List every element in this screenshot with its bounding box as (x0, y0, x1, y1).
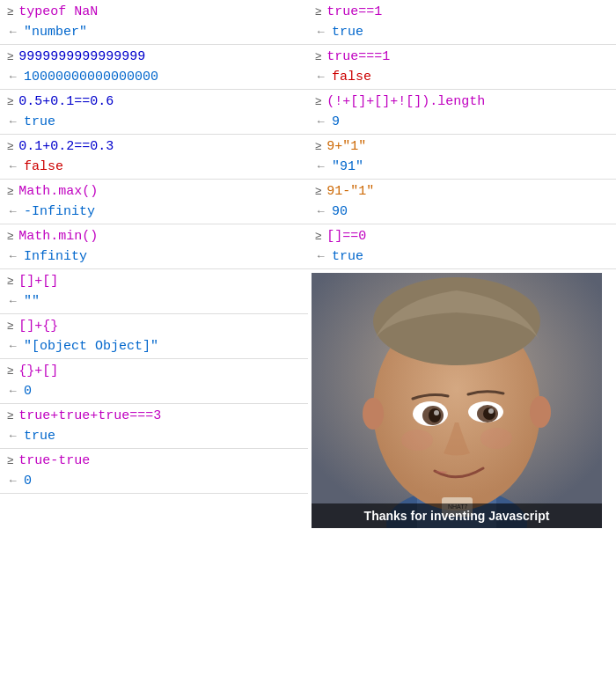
output-arrow: ← (315, 25, 326, 38)
svg-point-12 (488, 408, 494, 414)
code-output: 0 (24, 474, 32, 489)
svg-point-16 (480, 428, 512, 449)
output-line: ←-Infinity (0, 202, 308, 222)
input-line: ≥true==1 (308, 2, 616, 22)
svg-point-15 (401, 430, 433, 451)
code-output: 90 (332, 204, 348, 219)
output-arrow: ← (7, 384, 18, 397)
code-row: ≥(!+[]+[]+![]).length←9 (308, 90, 616, 135)
output-line: ←"91" (308, 157, 616, 177)
output-arrow: ← (7, 204, 18, 217)
input-arrow: ≥ (7, 319, 13, 332)
output-line: ←true (308, 22, 616, 42)
input-line: ≥true===1 (308, 47, 616, 67)
meme-container: NHAT7 Thanks for inventing Javascript (308, 269, 616, 532)
code-output: 9 (332, 114, 340, 129)
input-arrow: ≥ (7, 94, 13, 107)
code-input: true==1 (326, 4, 382, 19)
output-arrow: ← (7, 429, 18, 442)
svg-point-8 (434, 410, 439, 415)
output-arrow: ← (315, 249, 326, 262)
input-line: ≥true-true (0, 451, 308, 471)
code-row: ≥true+true+true===3←true (0, 404, 308, 449)
code-input: 91-"1" (326, 184, 374, 199)
code-output: false (332, 70, 371, 84)
code-row: ≥[]+[]←"" (0, 269, 308, 314)
code-input: []==0 (326, 229, 366, 244)
code-row: ≥Math.min()←Infinity (0, 224, 308, 269)
output-line: ←9 (308, 112, 616, 132)
input-line: ≥typeof NaN (0, 2, 308, 22)
output-line: ←true (308, 246, 616, 267)
code-output: "" (24, 294, 40, 309)
code-input: true-true (18, 453, 90, 468)
input-line: ≥Math.min() (0, 226, 308, 246)
input-arrow: ≥ (7, 364, 13, 377)
code-row: ≥91-"1"←90 (308, 180, 616, 224)
input-arrow: ≥ (7, 4, 13, 18)
output-arrow: ← (7, 294, 18, 307)
code-input: 9999999999999999 (18, 49, 145, 64)
code-row: ≥typeof NaN←"number" (0, 0, 308, 45)
input-line: ≥[]==0 (308, 226, 616, 246)
code-row: ≥[]+{}←"[object Object]" (0, 314, 308, 359)
input-arrow: ≥ (315, 229, 321, 242)
output-arrow: ← (315, 204, 326, 217)
code-row: ≥Math.max()←-Infinity (0, 180, 308, 224)
output-line: ←"[object Object]" (0, 336, 308, 356)
input-line: ≥Math.max() (0, 181, 308, 202)
code-input: []+[] (18, 274, 58, 289)
code-row: ≥9+"1"←"91" (308, 135, 616, 180)
right-column: ≥true==1←true≥true===1←false≥(!+[]+[]+![… (308, 0, 616, 532)
input-arrow: ≥ (7, 408, 13, 422)
main-container: ≥typeof NaN←"number"≥9999999999999999←10… (0, 0, 616, 532)
output-line: ←Infinity (0, 246, 308, 267)
input-line: ≥0.1+0.2==0.3 (0, 136, 308, 157)
input-line: ≥true+true+true===3 (0, 406, 308, 426)
output-line: ←true (0, 112, 308, 132)
code-row: ≥0.5+0.1==0.6←true (0, 90, 308, 135)
input-line: ≥{}+[] (0, 361, 308, 381)
input-arrow: ≥ (7, 453, 13, 467)
output-line: ←0 (0, 381, 308, 401)
code-output: true (24, 429, 55, 444)
output-arrow: ← (315, 114, 326, 128)
code-row: ≥[]==0←true (308, 224, 616, 269)
output-line: ←true (0, 426, 308, 446)
output-arrow: ← (7, 159, 18, 173)
code-output: "[object Object]" (24, 339, 158, 354)
code-input: Math.min() (18, 229, 98, 244)
input-arrow: ≥ (315, 4, 321, 18)
output-arrow: ← (7, 249, 18, 262)
input-arrow: ≥ (7, 49, 13, 62)
code-row: ≥true-true←0 (0, 449, 308, 494)
input-line: ≥0.5+0.1==0.6 (0, 92, 308, 112)
code-row: ≥{}+[]←0 (0, 359, 308, 404)
code-output: -Infinity (24, 204, 95, 219)
code-output: "91" (332, 159, 363, 174)
code-input: 0.1+0.2==0.3 (18, 139, 114, 154)
code-row: ≥0.1+0.2==0.3←false (0, 135, 308, 180)
output-line: ←false (308, 67, 616, 87)
output-line: ←0 (0, 471, 308, 491)
code-row: ≥9999999999999999←10000000000000000 (0, 45, 308, 90)
code-output: "number" (24, 25, 87, 40)
code-input: {}+[] (18, 364, 58, 378)
code-input: Math.max() (18, 184, 98, 199)
output-arrow: ← (7, 25, 18, 38)
input-line: ≥9999999999999999 (0, 47, 308, 67)
input-arrow: ≥ (315, 94, 321, 107)
left-column: ≥typeof NaN←"number"≥9999999999999999←10… (0, 0, 308, 532)
input-arrow: ≥ (7, 229, 13, 242)
output-arrow: ← (7, 70, 18, 83)
code-input: true===1 (326, 49, 390, 64)
code-input: typeof NaN (18, 4, 98, 19)
input-arrow: ≥ (7, 274, 13, 287)
code-output: true (332, 25, 363, 40)
output-arrow: ← (7, 474, 18, 487)
output-arrow: ← (7, 114, 18, 128)
code-output: true (332, 249, 363, 264)
svg-point-7 (429, 408, 441, 422)
output-line: ←"" (0, 291, 308, 312)
input-arrow: ≥ (315, 139, 321, 152)
